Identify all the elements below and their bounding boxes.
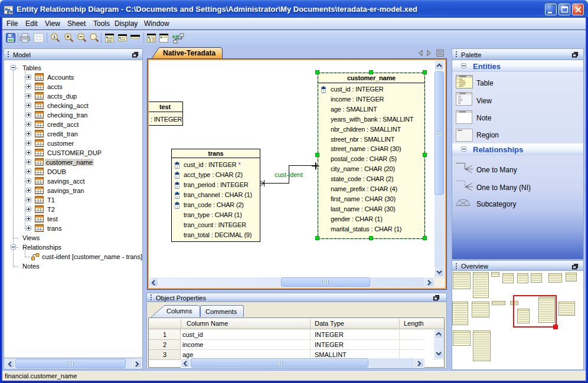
svg-text:1: 1 — [53, 34, 56, 40]
